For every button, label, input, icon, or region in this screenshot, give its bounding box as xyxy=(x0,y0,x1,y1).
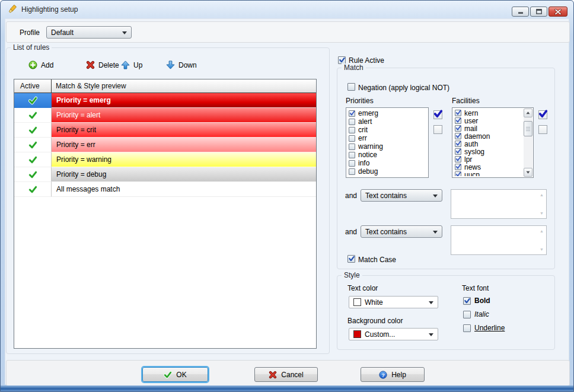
checkbox[interactable] xyxy=(455,133,461,139)
rule-row[interactable]: Priority = crit xyxy=(14,123,316,138)
checkbox[interactable] xyxy=(455,141,461,147)
rule-active-cell[interactable] xyxy=(14,123,52,138)
checkbox[interactable] xyxy=(455,117,461,124)
checkbox[interactable] xyxy=(349,168,355,175)
rule-row[interactable]: Priority = warning xyxy=(14,152,316,167)
condition-1-operator-select[interactable]: Text contains xyxy=(361,189,442,202)
font-italic-option[interactable]: Italic xyxy=(463,310,489,318)
condition-2-operator-select[interactable]: Text contains xyxy=(361,225,442,238)
font-underline-checkbox[interactable] xyxy=(463,324,471,332)
priorities-uncheck-all-button[interactable] xyxy=(433,125,442,134)
checkbox[interactable] xyxy=(349,160,355,167)
facility-item-auth[interactable]: auth xyxy=(455,140,523,148)
rule-active-cell[interactable] xyxy=(14,108,52,123)
rule-row[interactable]: Priority = err xyxy=(14,138,316,152)
rule-active-cell[interactable] xyxy=(14,93,52,108)
ok-button[interactable]: OK xyxy=(142,367,208,382)
maximize-button[interactable] xyxy=(530,7,547,17)
rule-preview-cell[interactable]: Priority = emerg xyxy=(52,93,316,108)
toolbar-up-button[interactable]: Up xyxy=(121,60,142,70)
priorities-list[interactable]: emergalertcriterrwarningnoticeinfodebug xyxy=(346,107,429,178)
profile-value: Default xyxy=(51,28,74,37)
titlebar[interactable]: Highlighting setup xyxy=(1,1,573,18)
condition-1-text-input[interactable]: ▲▼ xyxy=(451,189,547,219)
negation-checkbox[interactable] xyxy=(347,83,355,91)
toolbar-down-button[interactable]: Down xyxy=(166,60,197,70)
rule-preview-cell[interactable]: Priority = debug xyxy=(52,167,316,182)
checkbox[interactable] xyxy=(349,152,355,158)
rule-preview-cell[interactable]: All messages match xyxy=(52,182,316,197)
rule-active-cell[interactable] xyxy=(14,152,52,167)
facility-item-daemon[interactable]: daemon xyxy=(455,132,523,140)
match-case-checkbox[interactable] xyxy=(347,255,355,263)
font-underline-option[interactable]: Underline xyxy=(463,324,505,332)
rule-row[interactable]: Priority = emerg xyxy=(14,93,316,108)
facilities-check-all-button[interactable] xyxy=(538,110,547,119)
priority-item-alert[interactable]: alert xyxy=(349,117,427,126)
priority-item-emerg[interactable]: emerg xyxy=(349,109,427,117)
priority-item-debug[interactable]: debug xyxy=(349,167,427,176)
toolbar-add-button[interactable]: Add xyxy=(28,60,53,70)
facility-item-mail[interactable]: mail xyxy=(455,125,523,132)
priority-item-info[interactable]: info xyxy=(349,159,427,167)
facilities-scrollbar[interactable] xyxy=(524,109,532,177)
minimize-button[interactable] xyxy=(512,7,529,17)
help-button[interactable]: ?Help xyxy=(361,367,425,382)
rule-active-cell[interactable] xyxy=(14,182,52,197)
checkbox[interactable] xyxy=(455,156,461,162)
checkbox[interactable] xyxy=(349,127,355,133)
condition-2-text-input[interactable]: ▲▼ xyxy=(451,225,547,255)
rule-preview-cell[interactable]: Priority = warning xyxy=(52,152,316,167)
rule-row[interactable]: Priority = alert xyxy=(14,108,316,123)
facility-item-syslog[interactable]: syslog xyxy=(455,148,523,155)
chevron-down-icon xyxy=(122,31,127,34)
facility-item-uucp[interactable]: uucp xyxy=(455,171,523,176)
priorities-items: emergalertcriterrwarningnoticeinfodebug xyxy=(349,109,427,176)
priority-item-err[interactable]: err xyxy=(349,134,427,142)
rule-preview-cell[interactable]: Priority = err xyxy=(52,138,316,152)
font-bold-option[interactable]: Bold xyxy=(463,297,490,305)
checkbox[interactable] xyxy=(349,135,355,142)
rule-row[interactable]: Priority = debug xyxy=(14,167,316,182)
scroll-down-icon[interactable] xyxy=(524,168,532,177)
toolbar-delete-button[interactable]: Delete xyxy=(86,60,119,70)
rule-active-cell[interactable] xyxy=(14,167,52,182)
checkbox[interactable] xyxy=(455,164,461,170)
rule-preview-cell[interactable]: Priority = crit xyxy=(52,123,316,138)
delete-icon xyxy=(86,60,95,69)
priority-item-notice[interactable]: notice xyxy=(349,151,427,159)
background-color-select[interactable]: Custom... xyxy=(349,328,438,340)
checkbox[interactable] xyxy=(349,110,355,117)
facility-item-news[interactable]: news xyxy=(455,163,523,171)
text-color-select[interactable]: White xyxy=(349,296,438,308)
facilities-uncheck-all-button[interactable] xyxy=(538,125,547,134)
checkbox[interactable] xyxy=(455,171,461,176)
priorities-check-all-button[interactable] xyxy=(433,110,442,119)
scroll-up-icon[interactable] xyxy=(524,109,532,117)
priority-item-warning[interactable]: warning xyxy=(349,142,427,151)
facility-item-user[interactable]: user xyxy=(455,117,523,125)
checkbox[interactable] xyxy=(455,148,461,155)
priority-item-crit[interactable]: crit xyxy=(349,126,427,134)
rule-row[interactable]: All messages match xyxy=(14,182,316,197)
checkbox[interactable] xyxy=(455,110,461,116)
add-icon xyxy=(28,60,37,69)
profile-select[interactable]: Default xyxy=(46,26,132,39)
scrollbar-thumb[interactable] xyxy=(524,121,532,136)
facilities-list[interactable]: kernusermaildaemonauthsysloglprnewsuucp xyxy=(452,107,534,178)
font-bold-checkbox[interactable] xyxy=(463,297,471,305)
facility-item-lpr[interactable]: lpr xyxy=(455,155,523,163)
column-header-active[interactable]: Active xyxy=(14,79,52,93)
column-header-preview[interactable]: Match & Style preview xyxy=(52,79,316,93)
rule-preview-cell[interactable]: Priority = alert xyxy=(52,108,316,123)
cancel-button[interactable]: Cancel xyxy=(254,367,318,382)
font-italic-checkbox[interactable] xyxy=(463,311,471,318)
close-button[interactable] xyxy=(549,7,567,17)
checkbox[interactable] xyxy=(349,144,355,150)
rule-active-cell[interactable] xyxy=(14,138,52,152)
facility-item-kern[interactable]: kern xyxy=(455,109,523,117)
match-case-label: Match Case xyxy=(358,256,396,264)
checkbox[interactable] xyxy=(455,125,461,132)
checkbox[interactable] xyxy=(349,119,355,125)
list-of-rules-group: List of rules AddDeleteUpDown Active Mat… xyxy=(6,47,330,354)
